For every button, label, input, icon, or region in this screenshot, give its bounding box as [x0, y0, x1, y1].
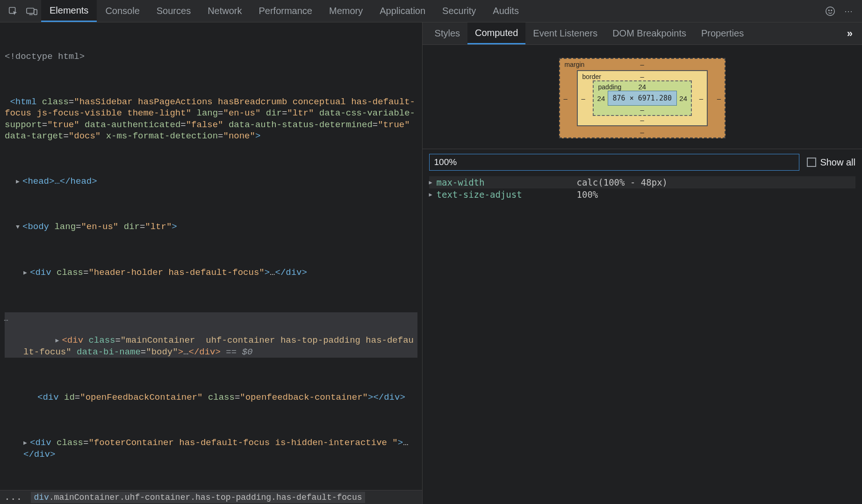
- breadcrumb[interactable]: ... div.mainContainer.uhf-container.has-…: [0, 490, 422, 504]
- feedback-smiley-icon[interactable]: [821, 2, 840, 21]
- svg-point-3: [826, 7, 834, 15]
- maincontainer-div-node[interactable]: … ▶<div class="mainContainer uhf-contain…: [5, 312, 417, 358]
- subtab-dom-breakpoints[interactable]: DOM Breakpoints: [605, 22, 694, 44]
- tab-network[interactable]: Network: [199, 0, 250, 22]
- feedback-div-node[interactable]: <div id="openFeedbackContainer" class="o…: [5, 392, 417, 403]
- breadcrumb-overflow-icon[interactable]: ...: [5, 493, 22, 502]
- head-node[interactable]: ▶<head>…</head>: [5, 176, 417, 187]
- filter-input[interactable]: 100%: [429, 154, 800, 171]
- show-all-toggle[interactable]: Show all: [807, 157, 855, 168]
- subtab-event-listeners[interactable]: Event Listeners: [525, 22, 605, 44]
- html-open-node[interactable]: <html class="hasSidebar hasPageActions h…: [5, 96, 417, 142]
- box-model-content[interactable]: 876 × 6971.280: [608, 91, 677, 106]
- box-model-diagram: margin – – – – border – – – – padding 24…: [423, 45, 862, 149]
- more-tabs-icon[interactable]: »: [842, 28, 857, 40]
- tab-application[interactable]: Application: [371, 0, 434, 22]
- subtab-properties[interactable]: Properties: [694, 22, 751, 44]
- breadcrumb-item[interactable]: div.mainContainer.uhf-container.has-top-…: [31, 492, 365, 503]
- device-toggle-icon[interactable]: [22, 2, 41, 21]
- tab-audits[interactable]: Audits: [484, 0, 527, 22]
- checkbox-icon[interactable]: [807, 158, 816, 167]
- tab-elements[interactable]: Elements: [41, 0, 97, 22]
- dom-tree[interactable]: <!doctype html> <html class="hasSidebar …: [0, 22, 422, 490]
- svg-point-5: [831, 10, 832, 11]
- doctype-node[interactable]: <!doctype html>: [5, 51, 85, 62]
- svg-rect-1: [27, 8, 34, 13]
- devtools-top-tabs: ElementsConsoleSourcesNetworkPerformance…: [0, 0, 862, 22]
- subtab-computed[interactable]: Computed: [467, 22, 525, 44]
- computed-properties-list: ▶max-widthcalc(100% - 48px)▶text-size-ad…: [423, 175, 862, 202]
- tab-console[interactable]: Console: [97, 0, 148, 22]
- tab-memory[interactable]: Memory: [321, 0, 371, 22]
- tab-sources[interactable]: Sources: [148, 0, 199, 22]
- box-model-padding[interactable]: padding 24 24 – 24 876 × 6971.280: [593, 80, 692, 116]
- svg-point-4: [828, 10, 829, 11]
- computed-prop-text-size-adjust[interactable]: ▶text-size-adjust100%: [429, 188, 855, 201]
- box-model-border[interactable]: border – – – – padding 24 24 – 24 876 × …: [577, 70, 708, 126]
- kebab-menu-icon[interactable]: ⋯: [840, 2, 858, 21]
- svg-rect-2: [34, 9, 37, 14]
- header-div-node[interactable]: ▶<div class="header-holder has-default-f…: [5, 267, 417, 278]
- tab-security[interactable]: Security: [434, 0, 484, 22]
- box-model-margin[interactable]: margin – – – – border – – – – padding 24…: [559, 58, 726, 138]
- styles-subtabs: StylesComputedEvent ListenersDOM Breakpo…: [423, 22, 862, 45]
- subtab-styles[interactable]: Styles: [427, 22, 467, 44]
- tab-performance[interactable]: Performance: [251, 0, 321, 22]
- inspect-element-icon[interactable]: [4, 2, 22, 21]
- footer-div-node[interactable]: ▶<div class="footerContainer has-default…: [5, 437, 417, 460]
- computed-prop-max-width[interactable]: ▶max-widthcalc(100% - 48px): [429, 176, 855, 188]
- body-open-node[interactable]: ▼<body lang="en-us" dir="ltr">: [5, 221, 417, 232]
